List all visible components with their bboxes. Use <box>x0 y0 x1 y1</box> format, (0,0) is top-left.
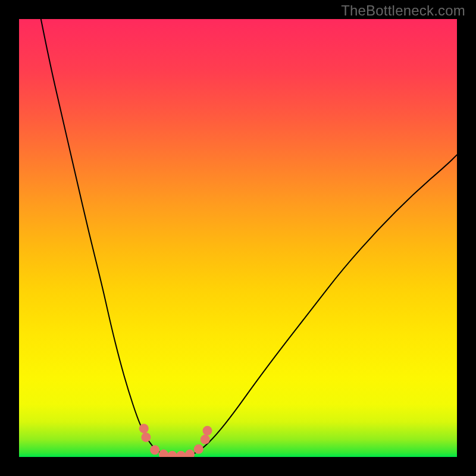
curve-bead <box>201 435 210 444</box>
curve-bead <box>203 426 212 436</box>
curve-bead <box>168 451 177 457</box>
curve-bead <box>159 450 168 457</box>
curve-markers <box>139 424 212 457</box>
curve-bead <box>176 451 186 457</box>
chart-plot-area <box>19 19 457 457</box>
curve-bead <box>185 450 195 457</box>
curve-bead <box>194 444 203 454</box>
chart-svg <box>19 19 457 457</box>
curve-bead <box>141 433 151 442</box>
chart-frame: TheBottleneck.com <box>0 0 476 476</box>
watermark-text: TheBottleneck.com <box>341 2 465 19</box>
bottleneck-curve <box>41 19 457 456</box>
curve-bead <box>139 424 149 433</box>
curve-bead <box>150 445 159 455</box>
